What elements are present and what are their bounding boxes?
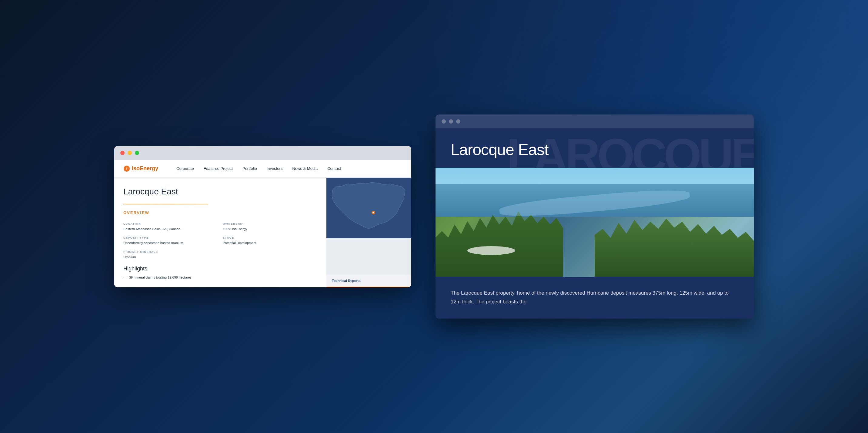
browser-chrome-left	[114, 146, 411, 160]
navigation: i IsoEnergy Corporate Featured Project P…	[114, 160, 411, 178]
browser-dot-red-right[interactable]	[441, 119, 446, 124]
forest-left	[435, 211, 563, 277]
section-divider	[123, 204, 208, 204]
property-image	[435, 168, 754, 277]
logo-text: IsoEnergy	[132, 165, 158, 172]
field-primary-minerals: PRIMARY MINERALS Uranium	[123, 251, 218, 260]
field-location: LOCATION Eastern Athabasca Basin, SK, Ca…	[123, 222, 218, 232]
nav-featured-project[interactable]: Featured Project	[204, 166, 233, 171]
field-stage: STAGE Potential Development	[223, 236, 317, 245]
logo-icon: i	[123, 165, 130, 172]
svg-text:i: i	[126, 167, 127, 170]
right-browser-content: LAROCQUE Larocque East The Lar	[435, 128, 754, 319]
highlights-section: Highlights — 39 mineral claims totaling …	[123, 266, 317, 279]
right-map-panel: Technical Reports	[327, 178, 411, 287]
field-ownership: OWNERSHIP 100% IsoEnergy	[223, 222, 317, 232]
svg-point-4	[372, 212, 374, 213]
field-stage-value: Potential Development	[223, 240, 317, 245]
highlights-title: Highlights	[123, 266, 317, 272]
field-deposit-value: Unconformity sandstone hosted uranium	[123, 240, 218, 245]
content-tabs: Technical Reports	[327, 275, 411, 287]
left-content-panel: Larocque East OVERVIEW LOCATION Eastern …	[114, 178, 327, 287]
main-content: Larocque East OVERVIEW LOCATION Eastern …	[114, 178, 411, 287]
map-svg	[327, 178, 411, 238]
description-text: The Larocque East property, home of the …	[451, 289, 739, 306]
field-minerals-value: Uranium	[123, 255, 218, 260]
field-deposit-label: DEPOSIT TYPE	[123, 236, 218, 239]
canada-map	[327, 178, 411, 238]
nav-contact[interactable]: Contact	[327, 166, 341, 171]
panel-filler	[327, 238, 411, 275]
right-description: The Larocque East property, home of the …	[435, 277, 754, 319]
browser-chrome-right	[435, 114, 754, 128]
field-ownership-label: OWNERSHIP	[223, 222, 317, 225]
highlight-item-1: — 39 mineral claims totaling 19,699 hect…	[123, 275, 317, 279]
main-container: i IsoEnergy Corporate Featured Project P…	[40, 114, 828, 319]
browser-dot-red-left[interactable]	[120, 151, 125, 155]
nav-news-media[interactable]: News & Media	[292, 166, 318, 171]
page-title: Larocque East	[123, 187, 317, 197]
nav-portfolio[interactable]: Portfolio	[243, 166, 257, 171]
landscape-scene	[435, 168, 754, 277]
browser-dot-yellow-right[interactable]	[449, 119, 453, 124]
browser-dot-green-left[interactable]	[135, 151, 139, 155]
logo[interactable]: i IsoEnergy	[123, 165, 158, 172]
right-header: Larocque East	[435, 128, 754, 168]
right-page-title: Larocque East	[451, 140, 739, 159]
highlight-text-1: 39 mineral claims totaling 19,699 hectar…	[129, 275, 191, 279]
field-minerals-label: PRIMARY MINERALS	[123, 251, 218, 254]
browser-window-left: i IsoEnergy Corporate Featured Project P…	[114, 146, 411, 287]
field-stage-label: STAGE	[223, 236, 317, 239]
field-deposit-type: DEPOSIT TYPE Unconformity sandstone host…	[123, 236, 218, 245]
tab-technical-reports[interactable]: Technical Reports	[327, 275, 366, 287]
nav-corporate[interactable]: Corporate	[176, 166, 194, 171]
field-ownership-value: 100% IsoEnergy	[223, 227, 317, 232]
forest-right	[595, 217, 754, 277]
browser-content-left: i IsoEnergy Corporate Featured Project P…	[114, 160, 411, 287]
info-grid: LOCATION Eastern Athabasca Basin, SK, Ca…	[123, 222, 317, 260]
browser-window-right: LAROCQUE Larocque East The Lar	[435, 114, 754, 319]
field-location-label: LOCATION	[123, 222, 218, 225]
snow-patch	[467, 246, 515, 255]
browser-dot-yellow-left[interactable]	[128, 151, 132, 155]
browser-dot-green-right[interactable]	[456, 119, 460, 124]
nav-investors[interactable]: Investors	[267, 166, 283, 171]
nav-links: Corporate Featured Project Portfolio Inv…	[176, 166, 341, 171]
dash-icon: —	[123, 275, 127, 279]
field-location-value: Eastern Athabasca Basin, SK, Canada	[123, 227, 218, 232]
overview-heading: OVERVIEW	[123, 210, 317, 215]
